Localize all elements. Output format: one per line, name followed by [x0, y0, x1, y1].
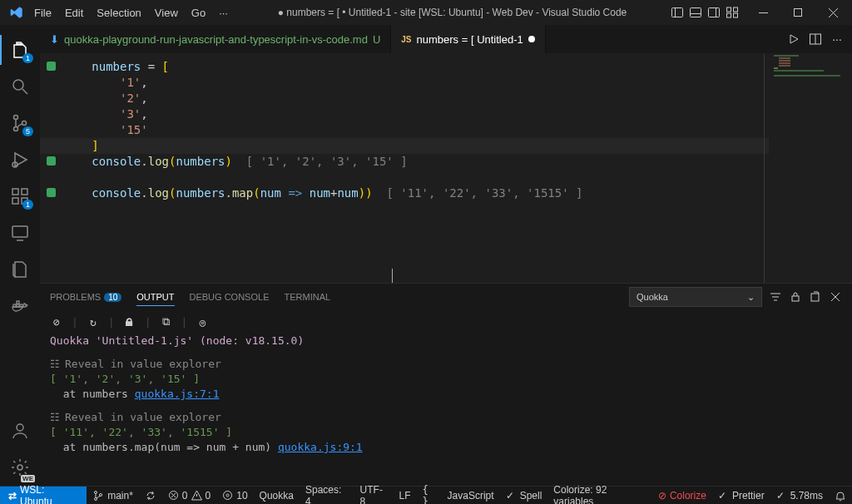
- status-colorize-off[interactable]: ⊘ Colorize: [652, 487, 712, 505]
- customize-layout-icon[interactable]: [726, 6, 739, 19]
- close-panel-icon[interactable]: [829, 290, 842, 304]
- run-debug-icon[interactable]: [0, 141, 40, 178]
- toggle-secondary-sidebar-icon[interactable]: [707, 6, 721, 19]
- reveal-link-1[interactable]: ☷ Reveal in value explorer: [50, 357, 842, 372]
- copy-icon[interactable]: ⧉: [159, 315, 172, 329]
- menu-more[interactable]: ···: [213, 3, 234, 22]
- toggle-panel-icon[interactable]: [689, 6, 702, 19]
- settings-icon[interactable]: WE: [0, 449, 40, 486]
- status-ports[interactable]: 10: [216, 487, 253, 505]
- status-language[interactable]: { } JavaScript: [416, 487, 499, 505]
- toggle-primary-sidebar-icon[interactable]: [671, 6, 684, 19]
- code-line[interactable]: numbers = [: [40, 59, 852, 75]
- quokka-marker-icon: [47, 188, 56, 197]
- quokka-header: Quokka 'Untitled-1.js' (node: v18.15.0): [50, 334, 842, 348]
- quokka-marker-icon: [47, 172, 56, 181]
- code-line[interactable]: [40, 170, 852, 185]
- status-quokka[interactable]: Quokka: [254, 487, 300, 505]
- clear-output-icon[interactable]: ⊘: [50, 315, 63, 329]
- status-bell[interactable]: [829, 487, 852, 505]
- status-prettier[interactable]: Prettier: [712, 487, 770, 505]
- svg-point-51: [226, 494, 229, 497]
- status-eol[interactable]: LF: [393, 487, 416, 505]
- code-editor[interactable]: numbers = [ '1', '2', '3', '15' ] consol…: [40, 54, 852, 283]
- minimap[interactable]: [769, 54, 852, 283]
- target-icon[interactable]: ◎: [196, 315, 209, 329]
- output-body[interactable]: Quokka 'Untitled-1.js' (node: v18.15.0) …: [40, 334, 852, 486]
- code-line[interactable]: console.log(numbers) [ '1', '2', '3', '1…: [40, 154, 852, 170]
- status-time[interactable]: 5.78ms: [770, 487, 829, 505]
- status-colorize[interactable]: Colorize: 92 variables: [547, 487, 652, 505]
- code-line[interactable]: console.log(numbers.map(num => num+num))…: [40, 185, 852, 201]
- docker-icon[interactable]: [0, 288, 40, 324]
- lock-scroll-icon[interactable]: 🔒︎: [123, 315, 136, 329]
- menu-selection[interactable]: Selection: [91, 3, 146, 22]
- code-text: console.log(numbers) [ '1', '2', '3', '1…: [71, 154, 408, 170]
- tab-js[interactable]: JS numbers = [ Untitled-1: [391, 25, 546, 53]
- close-button[interactable]: [819, 0, 847, 25]
- output-channel-select[interactable]: Quokka ⌄: [629, 287, 762, 307]
- filter-icon[interactable]: [769, 290, 782, 304]
- lock-icon[interactable]: [789, 290, 802, 304]
- menu-file[interactable]: File: [28, 3, 57, 22]
- code-line[interactable]: ]: [40, 138, 852, 154]
- code-text: '3',: [71, 106, 148, 122]
- vscode-logo-icon: [8, 4, 25, 21]
- search-icon[interactable]: [0, 68, 40, 105]
- code-line[interactable]: '15': [40, 122, 852, 138]
- clear-icon[interactable]: [809, 290, 822, 304]
- svg-rect-0: [672, 8, 683, 17]
- status-encoding[interactable]: UTF-8: [354, 487, 394, 505]
- svg-line-15: [22, 89, 27, 94]
- editor-ruler: [764, 54, 765, 283]
- quokka-link-2[interactable]: quokka.js:9:1: [278, 441, 363, 453]
- code-line[interactable]: '2',: [40, 91, 852, 106]
- refresh-icon[interactable]: ↻: [87, 315, 100, 329]
- extensions-icon[interactable]: 1: [0, 178, 40, 215]
- status-remote[interactable]: ⇄ WSL: Ubuntu: [0, 487, 87, 505]
- code-text: ]: [71, 138, 99, 154]
- account-icon[interactable]: [0, 413, 40, 449]
- tab-markdown[interactable]: ⬇ quokka-playground-run-javascript-and-t…: [40, 25, 391, 53]
- status-spell[interactable]: Spell: [500, 487, 548, 505]
- panel-tab-debug-console[interactable]: DEBUG CONSOLE: [190, 289, 270, 305]
- minimize-button[interactable]: [749, 0, 777, 25]
- svg-rect-39: [792, 296, 799, 301]
- editor-actions: ···: [779, 25, 852, 53]
- markdown-icon: ⬇: [50, 33, 59, 46]
- svg-point-16: [14, 116, 18, 120]
- quokka-marker-icon: [47, 93, 56, 102]
- svg-rect-21: [12, 189, 18, 195]
- explorer-icon[interactable]: 1: [0, 32, 40, 68]
- panel-tab-terminal[interactable]: TERMINAL: [284, 289, 330, 305]
- svg-rect-4: [709, 8, 720, 17]
- panel-tab-output[interactable]: OUTPUT: [136, 289, 174, 306]
- menu-edit[interactable]: Edit: [59, 3, 89, 22]
- code-line[interactable]: '1',: [40, 75, 852, 91]
- tab-status: U: [373, 33, 380, 46]
- status-spaces[interactable]: Spaces: 4: [300, 487, 354, 505]
- remote-explorer-icon[interactable]: [0, 215, 40, 251]
- menu-go[interactable]: Go: [186, 3, 211, 22]
- reveal-link-2[interactable]: ☷ Reveal in value explorer: [50, 410, 842, 425]
- status-branch[interactable]: main*: [87, 487, 139, 505]
- svg-rect-30: [17, 301, 19, 304]
- svg-marker-19: [15, 153, 27, 166]
- quokka-marker-icon: [47, 62, 56, 71]
- status-sync[interactable]: [139, 487, 162, 505]
- file-icon[interactable]: [0, 251, 40, 288]
- split-editor-icon[interactable]: [809, 32, 822, 46]
- status-errors[interactable]: 0 0: [162, 487, 216, 505]
- tree-icon: ☷: [50, 357, 60, 372]
- more-icon[interactable]: ···: [830, 32, 844, 46]
- quokka-link-1[interactable]: quokka.js:7:1: [135, 388, 220, 400]
- panel-tab-problems[interactable]: PROBLEMS10: [50, 289, 121, 305]
- activity-bar: 1 5 1 WE: [0, 25, 40, 486]
- run-icon[interactable]: [787, 32, 800, 46]
- maximize-button[interactable]: [784, 0, 812, 25]
- code-text: numbers = [: [71, 59, 169, 75]
- code-line[interactable]: '3',: [40, 106, 852, 122]
- menu-view[interactable]: View: [149, 3, 184, 22]
- output-array-1: [ '1', '2', '3', '15' ]: [50, 372, 842, 387]
- source-control-icon[interactable]: 5: [0, 105, 40, 141]
